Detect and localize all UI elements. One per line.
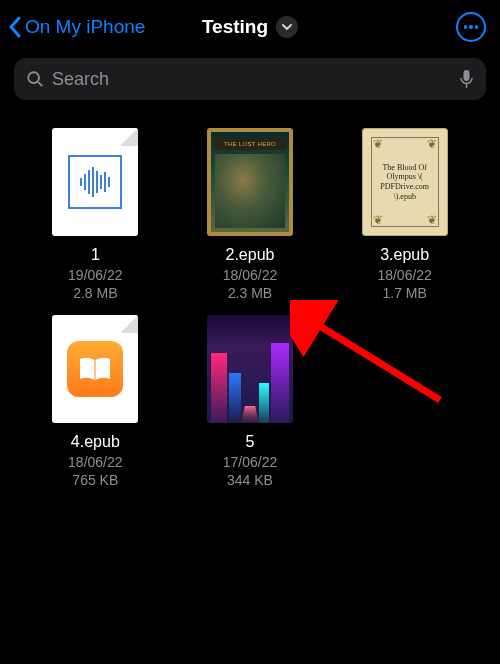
file-size: 2.3 MB	[228, 285, 272, 301]
file-thumbnail-image	[207, 315, 293, 423]
file-name: 2.epub	[226, 246, 275, 264]
folder-title-group[interactable]: Testing	[202, 16, 298, 38]
ibooks-icon	[67, 341, 123, 397]
file-size: 1.7 MB	[382, 285, 426, 301]
back-label: On My iPhone	[25, 16, 145, 38]
file-thumbnail-bookcover: ❦❦ ❦❦ The Blood Of Olympus \( PDFDrive.c…	[362, 128, 448, 236]
file-thumbnail-bookcover: THE LOST HERO	[207, 128, 293, 236]
audio-waveform-icon	[68, 155, 122, 209]
search-input[interactable]	[52, 69, 451, 90]
more-options-button[interactable]	[456, 12, 486, 42]
folder-title: Testing	[202, 16, 268, 38]
header-bar: On My iPhone Testing	[0, 0, 500, 50]
cover-title: THE LOST HERO	[214, 138, 286, 150]
file-item[interactable]: ❦❦ ❦❦ The Blood Of Olympus \( PDFDrive.c…	[331, 128, 478, 301]
search-icon	[26, 70, 44, 88]
search-bar[interactable]	[14, 58, 486, 100]
cover-title: The Blood Of Olympus \( PDFDrive.com \).…	[374, 163, 436, 201]
svg-line-1	[38, 82, 42, 86]
microphone-icon[interactable]	[459, 69, 474, 89]
back-button[interactable]: On My iPhone	[8, 16, 145, 38]
files-grid: 1 19/06/22 2.8 MB THE LOST HERO 2.epub 1…	[0, 100, 500, 488]
file-thumbnail-ibooks	[52, 315, 138, 423]
title-dropdown[interactable]	[276, 16, 298, 38]
svg-point-0	[28, 72, 39, 83]
file-item[interactable]: 5 17/06/22 344 KB	[177, 315, 324, 488]
file-date: 18/06/22	[223, 267, 278, 283]
file-date: 17/06/22	[223, 454, 278, 470]
file-name: 1	[91, 246, 100, 264]
file-size: 765 KB	[72, 472, 118, 488]
svg-rect-2	[464, 70, 470, 81]
file-date: 18/06/22	[68, 454, 123, 470]
file-thumbnail-audio	[52, 128, 138, 236]
file-size: 2.8 MB	[73, 285, 117, 301]
file-date: 19/06/22	[68, 267, 123, 283]
chevron-down-icon	[282, 24, 292, 30]
file-name: 5	[246, 433, 255, 451]
ellipsis-dot-icon	[464, 25, 468, 29]
file-date: 18/06/22	[377, 267, 432, 283]
file-size: 344 KB	[227, 472, 273, 488]
ellipsis-dot-icon	[469, 25, 473, 29]
file-item[interactable]: 4.epub 18/06/22 765 KB	[22, 315, 169, 488]
file-item[interactable]: THE LOST HERO 2.epub 18/06/22 2.3 MB	[177, 128, 324, 301]
chevron-left-icon	[8, 16, 22, 38]
file-item[interactable]: 1 19/06/22 2.8 MB	[22, 128, 169, 301]
file-name: 3.epub	[380, 246, 429, 264]
file-name: 4.epub	[71, 433, 120, 451]
ellipsis-dot-icon	[475, 25, 479, 29]
